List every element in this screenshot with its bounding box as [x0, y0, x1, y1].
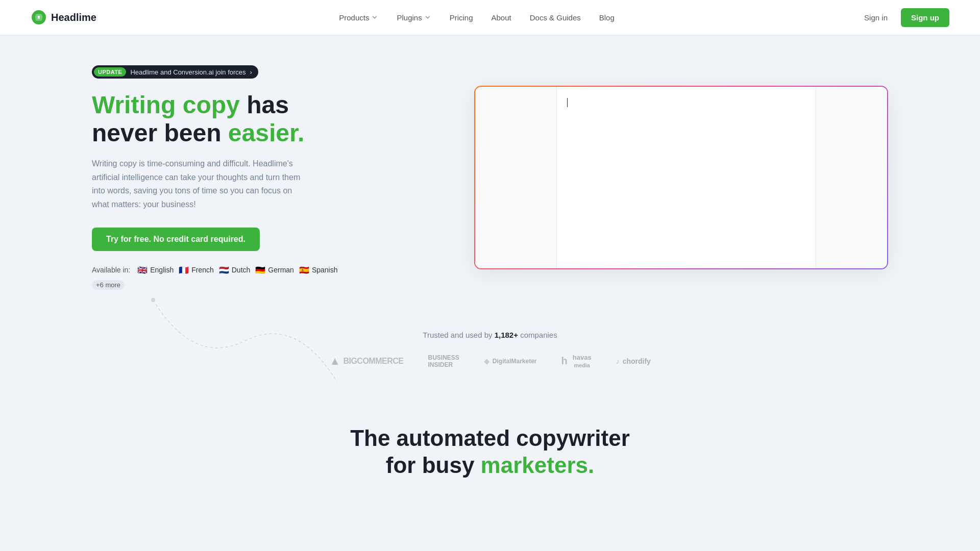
lang-spanish-label: Spanish: [312, 266, 338, 274]
logos-row: ▲ BIGCOMMERCE BUSINESSINSIDER ◆ DigitalM…: [31, 354, 949, 369]
hero-title-part3: easier.: [228, 119, 304, 146]
lang-german: 🇩🇪 German: [255, 265, 294, 275]
trusted-text: Trusted and used by 1,182+ companies: [31, 331, 949, 339]
nav-products[interactable]: Products: [332, 9, 385, 26]
trusted-section: Trusted and used by 1,182+ companies ▲ B…: [0, 320, 980, 394]
headlime-logo-icon: [31, 9, 47, 26]
trusted-text-before: Trusted and used by: [423, 331, 494, 339]
flag-french: 🇫🇷: [179, 265, 189, 275]
chevron-down-icon: [371, 14, 378, 21]
nav-pricing[interactable]: Pricing: [443, 9, 480, 26]
bottom-title-part1: The automated copywriter: [350, 425, 630, 450]
app-main-content: [557, 87, 816, 268]
update-label: UPDATE: [94, 67, 126, 77]
more-languages-badge[interactable]: +6 more: [92, 280, 125, 290]
flag-spanish: 🇪🇸: [299, 265, 309, 275]
logo[interactable]: Headlime: [31, 9, 96, 26]
chevron-down-icon: [424, 14, 431, 21]
app-right-panel: [816, 87, 887, 268]
nav-plugins[interactable]: Plugins: [389, 9, 438, 26]
logo-chordify: ♪ chordify: [616, 357, 651, 365]
hero-right: [474, 86, 888, 269]
bottom-section: The automated copywriter for busy market…: [0, 394, 980, 479]
sidebar-item: [475, 103, 556, 111]
bottom-title-part2: for busy: [386, 453, 481, 478]
nav-docs[interactable]: Docs & Guides: [523, 9, 588, 26]
app-sidebar: [475, 87, 557, 268]
hero-description: Writing copy is time-consuming and diffi…: [92, 157, 306, 211]
logo-bigcommerce: ▲ BIGCOMMERCE: [329, 355, 403, 368]
nav-auth: Sign in Sign up: [857, 8, 949, 27]
logo-text: Headlime: [51, 12, 96, 23]
cta-button[interactable]: Try for free. No credit card required.: [92, 228, 260, 251]
logo-digital-marketer: ◆ DigitalMarketer: [484, 357, 537, 365]
nav-about[interactable]: About: [484, 9, 519, 26]
hero-left: UPDATE Headlime and Conversion.ai join f…: [92, 65, 347, 290]
trusted-text-after: companies: [518, 331, 557, 339]
lang-french-label: French: [191, 266, 214, 274]
lang-german-label: German: [268, 266, 294, 274]
hero-section: UPDATE Headlime and Conversion.ai join f…: [0, 35, 980, 320]
hero-title-part1: Writing copy: [92, 91, 247, 118]
sidebar-item: [475, 111, 556, 119]
lang-spanish: 🇪🇸 Spanish: [299, 265, 338, 275]
logo-havas-media: h havasmedia: [561, 354, 592, 369]
nav-links: Products Plugins Pricing About Docs & Gu…: [332, 9, 622, 26]
sidebar-item: [475, 95, 556, 103]
app-preview: [474, 86, 888, 269]
available-in: Available in: 🇬🇧 English 🇫🇷 French 🇳🇱 Du…: [92, 265, 347, 290]
flag-dutch: 🇳🇱: [219, 265, 229, 275]
bottom-title: The automated copywriter for busy market…: [31, 425, 949, 479]
navbar: Headlime Products Plugins Pricing About …: [0, 0, 980, 35]
available-label: Available in:: [92, 266, 130, 274]
arrow-icon: ›: [250, 68, 252, 76]
trusted-count: 1,182+: [495, 331, 518, 339]
signup-button[interactable]: Sign up: [901, 8, 949, 27]
hero-title: Writing copy has never been easier.: [92, 91, 347, 147]
lang-dutch-label: Dutch: [232, 266, 251, 274]
update-badge[interactable]: UPDATE Headlime and Conversion.ai join f…: [92, 65, 258, 79]
flag-german: 🇩🇪: [255, 265, 265, 275]
update-text: Headlime and Conversion.ai join forces: [130, 68, 246, 76]
text-cursor: [567, 98, 568, 107]
lang-english-label: English: [150, 266, 174, 274]
nav-blog[interactable]: Blog: [592, 9, 622, 26]
lang-french: 🇫🇷 French: [179, 265, 214, 275]
signin-button[interactable]: Sign in: [857, 9, 895, 26]
flag-english: 🇬🇧: [137, 265, 148, 275]
logo-business-insider: BUSINESSINSIDER: [428, 354, 459, 369]
lang-english: 🇬🇧 English: [137, 265, 174, 275]
lang-dutch: 🇳🇱 Dutch: [219, 265, 251, 275]
bottom-title-part3: marketers.: [481, 453, 595, 478]
